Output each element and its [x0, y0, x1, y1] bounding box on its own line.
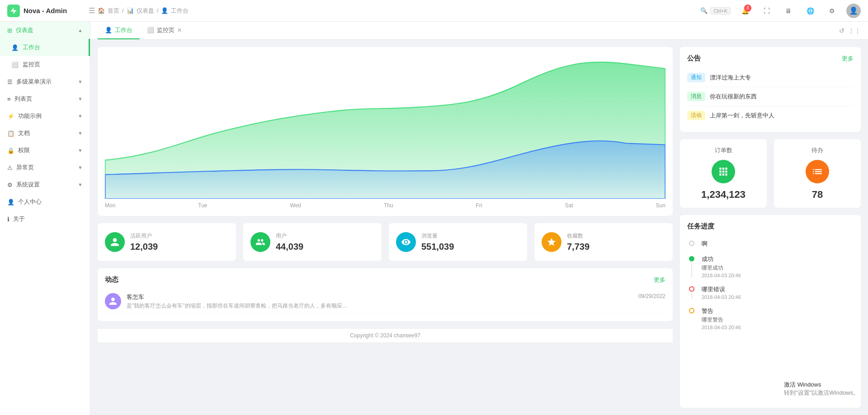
docs-icon: 📋	[7, 130, 14, 137]
active-users-icon	[105, 232, 125, 252]
list-item: 活动 上岸第一剑，先斩意中人	[687, 106, 854, 125]
list-item: 通知 漂洋过海上大专	[687, 68, 854, 87]
activity-more-link[interactable]: 更多	[654, 276, 665, 284]
search-box[interactable]: 🔍 Ctrl+K	[700, 7, 731, 14]
about-icon: ℹ	[7, 216, 9, 223]
logo-title: Nova - Admin	[24, 7, 67, 14]
task-dot-0	[689, 241, 694, 246]
breadcrumb-workbench-icon: 👤	[161, 7, 168, 14]
gear-icon: ⚙	[829, 7, 835, 14]
activity-desc: 是"我的客厅怎么会有车"的缩层，指那些在车道间胡窜查检，把马路当老厅的人，多有顺…	[127, 302, 353, 310]
chart-label-thu: Thu	[384, 202, 393, 209]
workbench-icon: 👤	[11, 43, 19, 51]
task-progress-header: 任务进度	[687, 222, 854, 231]
task-title-1: 成功	[702, 255, 854, 263]
tab-monitor-label: 监控页	[157, 26, 175, 34]
pending-card: 待办 78	[774, 139, 861, 208]
sidebar-item-settings[interactable]: ⚙ 系统设置 ▼	[0, 176, 90, 193]
main-content: 👤 工作台 ⬜ 监控页 ✕ ↺ ⋮⋮	[90, 22, 868, 415]
topbar-right: 🔍 Ctrl+K 🔔 8 ⛶ 🖥 🌐 ⚙ 👤	[700, 4, 861, 18]
task-title-3: 警告	[702, 307, 854, 315]
sidebar-item-profile[interactable]: 👤 个人中心	[0, 193, 90, 210]
sidebar-item-error[interactable]: ⚠ 异常页 ▼	[0, 159, 90, 176]
users-label: 用户	[276, 232, 303, 240]
expand-icon: ⛶	[764, 7, 770, 14]
screen-button[interactable]: 🖥	[781, 4, 796, 18]
sidebar-item-about[interactable]: ℹ 关于	[0, 210, 90, 228]
area-chart	[105, 54, 665, 199]
list-icon: ≡	[7, 96, 11, 103]
footer-text: Copyright © 2024 chansee97	[350, 332, 420, 339]
order-count-icon	[712, 160, 735, 183]
sidebar-item-list[interactable]: ≡ 列表页 ▼	[0, 90, 90, 107]
breadcrumb-home[interactable]: 首页	[108, 7, 119, 15]
stat-users: 用户 44,039	[243, 223, 382, 261]
ann-text-2: 上岸第一剑，先斩意中人	[710, 112, 774, 120]
docs-chevron-icon: ▼	[78, 131, 83, 136]
logo: Nova - Admin	[7, 5, 89, 17]
screen-icon: 🖥	[785, 7, 792, 14]
task-time-2: 2018-04-03 20:46	[702, 294, 854, 300]
multi-menu-chevron-icon: ▼	[78, 79, 83, 84]
chart-label-fri: Fri	[476, 202, 482, 209]
sidebar-item-monitor[interactable]: ⬜ 监控页	[0, 56, 90, 73]
sidebar-item-auth[interactable]: 🔒 权限 ▼	[0, 142, 90, 159]
task-progress-title: 任务进度	[687, 222, 714, 231]
task-dot-3	[689, 308, 694, 313]
chart-label-sun: Sun	[656, 202, 665, 209]
order-count-card: 订单数 1,234,123	[680, 139, 767, 208]
list-item: 成功 哪里成功 2018-04-03 20:46	[687, 252, 854, 282]
notification-badge: 8	[744, 5, 751, 12]
breadcrumb: ☰ 🏠 首页 / 📊 仪表盘 / 👤 工作台	[89, 6, 700, 15]
chart-label-tue: Tue	[198, 202, 207, 209]
translate-icon: 🌐	[807, 7, 814, 14]
list-item: 哪里错误 2018-04-03 20:46	[687, 282, 854, 303]
user-avatar[interactable]: 👤	[846, 4, 861, 18]
pending-value: 78	[812, 189, 823, 201]
users-value: 44,039	[276, 242, 303, 252]
hamburger-icon[interactable]: ☰	[89, 6, 95, 15]
sidebar-item-features[interactable]: ⚡ 功能示例 ▼	[0, 107, 90, 125]
task-time-3: 2018-04-03 20:46	[702, 325, 854, 330]
sidebar-section-dashboard[interactable]: ⊞ 仪表盘 ▲	[0, 22, 90, 39]
task-list: 啊 成功 哪里成功 2018-04-	[687, 236, 854, 334]
sidebar-item-workbench[interactable]: 👤 工作台	[0, 39, 90, 56]
task-title-0: 啊	[702, 240, 854, 248]
sidebar-item-docs[interactable]: 📋 文档 ▼	[0, 125, 90, 142]
content-right: 公告 更多 通知 漂洋过海上大专 消息 你在玩很新的东西 活动 上岸第一剑，先斩…	[680, 47, 861, 408]
announcements-header: 公告 更多	[687, 54, 854, 63]
tab-monitor[interactable]: ⬜ 监控页 ✕	[140, 22, 189, 39]
tab-workbench[interactable]: 👤 工作台	[98, 22, 140, 39]
pageviews-value: 551,039	[421, 242, 454, 252]
pending-label: 待办	[811, 146, 823, 154]
notification-button[interactable]: 🔔 8	[738, 4, 752, 18]
orders-panel: 订单数 1,234,123 待办 78	[680, 139, 861, 208]
breadcrumb-dashboard[interactable]: 仪表盘	[137, 7, 154, 15]
stat-pageviews: 浏览量 551,039	[389, 223, 527, 261]
sidebar-item-multi-menu[interactable]: ☰ 多级菜单演示 ▼	[0, 73, 90, 90]
announcements-more-link[interactable]: 更多	[842, 55, 854, 63]
error-icon: ⚠	[7, 164, 13, 171]
favorites-value: 7,739	[567, 242, 590, 252]
announcements-card: 公告 更多 通知 漂洋过海上大专 消息 你在玩很新的东西 活动 上岸第一剑，先斩…	[680, 47, 861, 132]
layout: ⊞ 仪表盘 ▲ 👤 工作台 ⬜ 监控页 ☰ 多级菜单演示 ▼ ≡ 列表页 ▼	[0, 22, 868, 415]
ann-tag-1: 消息	[687, 92, 705, 101]
tab-monitor-close[interactable]: ✕	[177, 27, 182, 33]
home-icon: 🏠	[98, 7, 105, 14]
breadcrumb-workbench[interactable]: 工作台	[171, 7, 189, 15]
sidebar-workbench-label: 工作台	[23, 43, 40, 51]
monitor-icon: ⬜	[11, 61, 19, 69]
users-icon	[250, 232, 270, 252]
settings-button[interactable]: ⚙	[825, 4, 839, 18]
more-tabs-icon[interactable]: ⋮⋮	[848, 27, 861, 34]
settings-chevron-icon: ▼	[78, 182, 83, 187]
favorites-icon	[542, 232, 561, 252]
refresh-icon[interactable]: ↺	[839, 27, 844, 34]
dashboard-icon: ⊞	[7, 27, 12, 34]
chart-label-wed: Wed	[290, 202, 301, 209]
win-activate-title: 激活 Windows	[784, 381, 859, 389]
translate-button[interactable]: 🌐	[803, 4, 817, 18]
list-item: 啊	[687, 236, 854, 252]
list-chevron-icon: ▼	[78, 96, 83, 102]
expand-button[interactable]: ⛶	[760, 4, 774, 18]
